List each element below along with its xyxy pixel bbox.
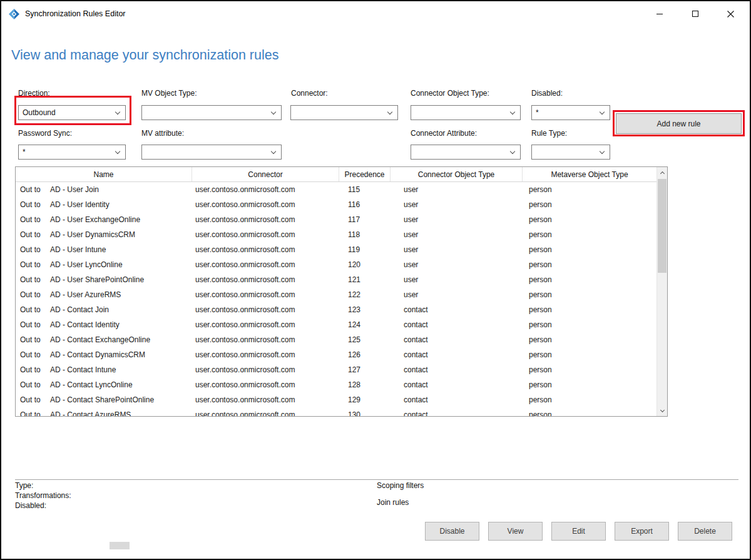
rule-metaverse-object-type: person <box>523 320 656 329</box>
table-row[interactable]: Out toAD - Contact DynamicsCRM user.cont… <box>16 347 656 362</box>
mv-attribute-label: MV attribute: <box>141 129 184 138</box>
table-row[interactable]: Out toAD - User Intune user.contoso.onmi… <box>16 242 656 257</box>
scroll-down-button[interactable] <box>657 405 667 416</box>
column-header-name[interactable]: Name <box>16 167 192 181</box>
mv-object-type-select[interactable] <box>141 105 282 120</box>
connector-object-type-select[interactable] <box>411 105 521 120</box>
rule-direction: Out to <box>20 365 50 374</box>
table-row[interactable]: Out toAD - Contact LyncOnline user.conto… <box>16 377 656 392</box>
rule-connector: user.contoso.onmicrosoft.com <box>192 395 339 404</box>
details-divider <box>15 479 738 480</box>
rule-name: AD - Contact Intune <box>50 365 116 374</box>
table-row[interactable]: Out toAD - User Join user.contoso.onmicr… <box>16 182 656 197</box>
vertical-scrollbar[interactable] <box>656 167 667 416</box>
rule-metaverse-object-type: person <box>523 215 656 224</box>
detail-transformations-label: Transformations: <box>15 491 71 500</box>
table-row[interactable]: Out toAD - Contact Identity user.contoso… <box>16 317 656 332</box>
view-button[interactable]: View <box>488 522 543 541</box>
rule-precedence: 130 <box>339 410 391 417</box>
table-row[interactable]: Out toAD - User AzureRMS user.contoso.on… <box>16 287 656 302</box>
export-button[interactable]: Export <box>615 522 669 541</box>
edit-button[interactable]: Edit <box>551 522 606 541</box>
add-new-rule-button[interactable]: Add new rule <box>616 113 742 134</box>
close-button[interactable] <box>713 1 748 26</box>
column-header-precedence[interactable]: Precedence <box>339 167 391 181</box>
rule-connector-object-type: contact <box>391 410 523 417</box>
scrollbar-thumb[interactable] <box>658 179 667 273</box>
rule-metaverse-object-type: person <box>523 230 656 239</box>
rule-name: AD - Contact Join <box>50 305 109 314</box>
rule-connector: user.contoso.onmicrosoft.com <box>192 380 339 389</box>
rule-name: AD - User DynamicsCRM <box>50 230 135 239</box>
scroll-up-button[interactable] <box>657 167 667 178</box>
password-sync-value: * <box>23 148 26 156</box>
rule-connector-object-type: user <box>391 290 523 299</box>
rule-precedence: 129 <box>339 395 391 404</box>
connector-attribute-select[interactable] <box>411 145 521 160</box>
table-row[interactable]: Out toAD - Contact ExchangeOnline user.c… <box>16 332 656 347</box>
rule-name: AD - User LyncOnline <box>50 260 123 269</box>
title-bar[interactable]: Synchronization Rules Editor <box>1 1 750 26</box>
rule-direction: Out to <box>20 290 50 299</box>
rule-metaverse-object-type: person <box>523 305 656 314</box>
detail-disabled-label: Disabled: <box>15 501 46 510</box>
rule-name: AD - Contact Identity <box>50 320 120 329</box>
page-title: View and manage your synchronization rul… <box>11 48 278 63</box>
connector-select[interactable] <box>290 105 398 120</box>
rule-precedence: 117 <box>339 215 391 224</box>
rule-connector: user.contoso.onmicrosoft.com <box>192 230 339 239</box>
connector-label: Connector: <box>291 89 328 98</box>
table-row[interactable]: Out toAD - User DynamicsCRM user.contoso… <box>16 227 656 242</box>
table-row[interactable]: Out toAD - User Identity user.contoso.on… <box>16 197 656 212</box>
rule-connector-object-type: user <box>391 260 523 269</box>
rule-direction: Out to <box>20 245 50 254</box>
app-icon <box>9 9 19 19</box>
rule-precedence: 125 <box>339 335 391 344</box>
rule-name: AD - Contact DynamicsCRM <box>50 350 145 359</box>
direction-select[interactable]: Outbound <box>18 105 126 120</box>
column-header-connector[interactable]: Connector <box>192 167 339 181</box>
rule-direction: Out to <box>20 185 50 194</box>
rule-connector: user.contoso.onmicrosoft.com <box>192 410 339 417</box>
maximize-button[interactable] <box>677 1 713 26</box>
minimize-button[interactable] <box>641 1 677 26</box>
rule-metaverse-object-type: person <box>523 290 656 299</box>
table-row[interactable]: Out toAD - Contact Join user.contoso.onm… <box>16 302 656 317</box>
rule-connector: user.contoso.onmicrosoft.com <box>192 335 339 344</box>
rule-connector-object-type: user <box>391 215 523 224</box>
mv-attribute-select[interactable] <box>141 145 282 160</box>
table-row[interactable]: Out toAD - Contact Intune user.contoso.o… <box>16 362 656 377</box>
table-row[interactable]: Out toAD - Contact SharePointOnline user… <box>16 392 656 407</box>
delete-button[interactable]: Delete <box>678 522 732 541</box>
rule-type-select[interactable] <box>531 145 610 160</box>
password-sync-select[interactable]: * <box>18 145 126 160</box>
rule-connector-object-type: contact <box>391 350 523 359</box>
stray-gray-box <box>110 542 130 549</box>
disable-button[interactable]: Disable <box>425 522 479 541</box>
detail-type-label: Type: <box>15 481 33 490</box>
table-row[interactable]: Out toAD - User ExchangeOnline user.cont… <box>16 212 656 227</box>
rule-precedence: 115 <box>339 185 391 194</box>
rule-metaverse-object-type: person <box>523 245 656 254</box>
chevron-down-icon <box>115 148 120 153</box>
rule-metaverse-object-type: person <box>523 200 656 209</box>
table-row[interactable]: Out toAD - User SharePointOnline user.co… <box>16 272 656 287</box>
table-row[interactable]: Out toAD - User LyncOnline user.contoso.… <box>16 257 656 272</box>
rule-metaverse-object-type: person <box>523 380 656 389</box>
column-header-metaverse-object-type[interactable]: Metaverse Object Type <box>523 167 656 181</box>
column-header-connector-object-type[interactable]: Connector Object Type <box>391 167 523 181</box>
rule-precedence: 116 <box>339 200 391 209</box>
table-row[interactable]: Out toAD - Contact AzureRMS user.contoso… <box>16 407 656 417</box>
rule-precedence: 127 <box>339 365 391 374</box>
rule-direction: Out to <box>20 275 50 284</box>
window-controls <box>641 1 748 26</box>
rule-connector-object-type: user <box>391 230 523 239</box>
mv-object-type-label: MV Object Type: <box>141 89 197 98</box>
rule-name: AD - Contact SharePointOnline <box>50 395 154 404</box>
rule-metaverse-object-type: person <box>523 350 656 359</box>
rule-name: AD - User ExchangeOnline <box>50 215 140 224</box>
rule-metaverse-object-type: person <box>523 260 656 269</box>
disabled-filter-select[interactable]: * <box>531 105 610 120</box>
action-button-row: Disable View Edit Export Delete <box>425 522 732 541</box>
chevron-down-icon <box>510 109 515 114</box>
